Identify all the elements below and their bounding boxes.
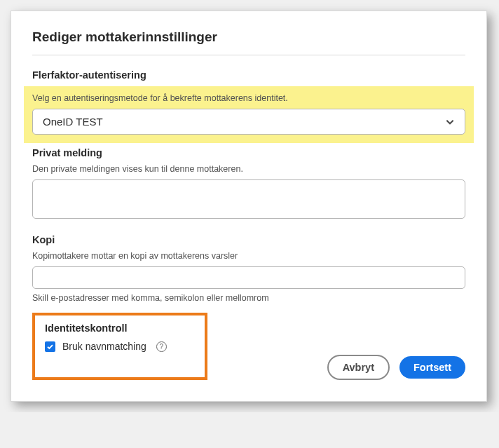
mfa-help-text: Velg en autentiseringsmetode for å bekre… [32, 93, 465, 103]
private-message-help: Den private meldingen vises kun til denn… [32, 164, 465, 174]
mfa-method-dropdown[interactable]: OneID TEST [32, 109, 465, 135]
dialog-buttons: Avbryt Fortsett [327, 355, 465, 380]
copy-recipients-input[interactable] [32, 266, 465, 289]
copy-section: Kopi Kopimottakere mottar en kopi av mot… [32, 234, 465, 303]
name-matching-checkbox[interactable] [45, 341, 55, 352]
footer-row: Identitetskontroll Bruk navnmatching ? A… [32, 313, 465, 380]
mfa-highlight: Velg en autentiseringsmetode for å bekre… [24, 86, 474, 143]
dialog-title: Rediger mottakerinnstillinger [32, 29, 465, 45]
private-message-label: Privat melding [32, 147, 465, 158]
mfa-section: Flerfaktor-autentisering Velg en autenti… [32, 69, 465, 143]
cancel-button[interactable]: Avbryt [327, 355, 390, 380]
help-icon[interactable]: ? [156, 341, 167, 352]
identity-label: Identitetskontroll [45, 323, 195, 334]
name-matching-label: Bruk navnmatching [62, 341, 146, 352]
copy-hint: Skill e-postadresser med komma, semikolo… [32, 293, 465, 303]
mfa-label: Flerfaktor-autentisering [32, 69, 465, 81]
private-message-input[interactable] [32, 179, 465, 219]
mfa-selected-value: OneID TEST [43, 116, 103, 128]
copy-help: Kopimottakere mottar en kopi av mottaker… [32, 251, 465, 261]
private-message-section: Privat melding Den private meldingen vis… [32, 147, 465, 230]
name-matching-row: Bruk navnmatching ? [45, 341, 195, 352]
copy-label: Kopi [32, 234, 465, 245]
identity-control-box: Identitetskontroll Bruk navnmatching ? [32, 313, 207, 380]
chevron-down-icon [445, 117, 455, 127]
continue-button[interactable]: Fortsett [399, 356, 465, 379]
recipient-settings-dialog: Rediger mottakerinnstillinger Flerfaktor… [11, 11, 487, 402]
divider [32, 55, 465, 55]
